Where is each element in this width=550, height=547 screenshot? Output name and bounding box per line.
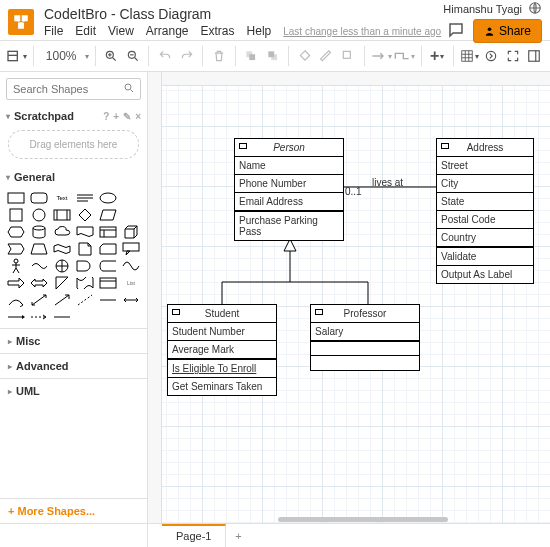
- globe-icon[interactable]: [528, 1, 542, 17]
- undo-icon[interactable]: [155, 44, 175, 68]
- shape-callout[interactable]: [121, 242, 141, 256]
- class-person[interactable]: Person Name Phone Number Email Address P…: [234, 138, 344, 241]
- shape-trapezoid[interactable]: [29, 242, 49, 256]
- shape-list[interactable]: List: [121, 276, 141, 290]
- last-change[interactable]: Last change less than a minute ago: [283, 26, 441, 37]
- expand-icon[interactable]: [481, 44, 501, 68]
- add-page-button[interactable]: +: [226, 530, 250, 542]
- scratchpad-section[interactable]: ▾ Scratchpad ?+✎×: [0, 106, 147, 126]
- delete-icon[interactable]: [209, 44, 229, 68]
- fullscreen-icon[interactable]: [503, 44, 523, 68]
- document-title[interactable]: CodeItBro - Class Diagram: [44, 6, 443, 22]
- menu-help[interactable]: Help: [247, 24, 272, 38]
- waypoint-icon[interactable]: ▾: [394, 44, 415, 68]
- search-input[interactable]: [6, 78, 141, 100]
- search-icon[interactable]: [123, 82, 135, 96]
- shape-line-dashed[interactable]: [29, 310, 49, 324]
- shape-cube[interactable]: [121, 225, 141, 239]
- scratchpad-dropzone[interactable]: Drag elements here: [8, 130, 139, 159]
- table-icon[interactable]: ▾: [460, 44, 480, 68]
- class-professor[interactable]: Professor Salary: [310, 304, 420, 371]
- shape-tape[interactable]: [52, 242, 72, 256]
- shape-card[interactable]: [98, 242, 118, 256]
- shape-sine[interactable]: [121, 259, 141, 273]
- general-section[interactable]: ▾ General: [0, 167, 147, 187]
- shape-line[interactable]: [98, 293, 118, 307]
- shape-rounded[interactable]: [29, 191, 49, 205]
- add-icon[interactable]: +: [113, 111, 119, 122]
- shape-textbox[interactable]: [75, 191, 95, 205]
- connection-icon[interactable]: ▾: [371, 44, 392, 68]
- shape-or[interactable]: [52, 259, 72, 273]
- shape-diamond[interactable]: [75, 208, 95, 222]
- help-icon[interactable]: ?: [103, 111, 109, 122]
- svg-line-64: [16, 268, 19, 273]
- canvas[interactable]: lives at 0..1 Person Name Phone Number E…: [148, 72, 550, 523]
- format-panel-icon[interactable]: [524, 44, 544, 68]
- close-icon[interactable]: ×: [135, 111, 141, 122]
- misc-section[interactable]: ▸Misc: [0, 328, 147, 353]
- shape-datastore[interactable]: [98, 259, 118, 273]
- shape-parallelogram[interactable]: [98, 208, 118, 222]
- to-front-icon[interactable]: [241, 44, 261, 68]
- shape-biarrow2[interactable]: [29, 276, 49, 290]
- zoom-in-icon[interactable]: [101, 44, 121, 68]
- shape-curly[interactable]: [29, 259, 49, 273]
- shape-cloud[interactable]: [52, 225, 72, 239]
- shape-rect[interactable]: [6, 191, 26, 205]
- shape-half[interactable]: [52, 276, 72, 290]
- class-address[interactable]: Address Street City State Postal Code Co…: [436, 138, 534, 284]
- zoom-out-icon[interactable]: [123, 44, 143, 68]
- menu-file[interactable]: File: [44, 24, 63, 38]
- menu-edit[interactable]: Edit: [75, 24, 96, 38]
- shape-step[interactable]: [6, 242, 26, 256]
- shape-line-arrow[interactable]: [6, 310, 26, 324]
- shape-arrow2[interactable]: [6, 276, 26, 290]
- view-button[interactable]: ▾: [6, 44, 27, 68]
- page-tab[interactable]: Page-1: [162, 524, 226, 547]
- menu-view[interactable]: View: [108, 24, 134, 38]
- edit-icon[interactable]: ✎: [123, 111, 131, 122]
- svg-marker-59: [126, 251, 130, 255]
- class-student[interactable]: Student Student Number Average Mark Is E…: [167, 304, 277, 396]
- shape-cylinder[interactable]: [29, 225, 49, 239]
- more-shapes-button[interactable]: + More Shapes...: [0, 498, 147, 523]
- advanced-section[interactable]: ▸Advanced: [0, 353, 147, 378]
- share-button[interactable]: Share: [473, 19, 542, 43]
- shape-blank2[interactable]: [121, 208, 141, 222]
- zoom-level[interactable]: 100%: [40, 44, 83, 68]
- shape-actor[interactable]: [6, 259, 26, 273]
- add-icon[interactable]: +▾: [428, 44, 448, 68]
- shape-and[interactable]: [75, 259, 95, 273]
- line-color-icon[interactable]: [317, 44, 337, 68]
- fill-icon[interactable]: [295, 44, 315, 68]
- shape-dashed[interactable]: [75, 293, 95, 307]
- shape-curve[interactable]: [6, 293, 26, 307]
- shape-blank[interactable]: [121, 191, 141, 205]
- shape-document[interactable]: [75, 225, 95, 239]
- shape-line-bi[interactable]: [121, 293, 141, 307]
- shape-flag[interactable]: [75, 276, 95, 290]
- user-name[interactable]: Himanshu Tyagi: [443, 3, 522, 15]
- shape-text[interactable]: Text: [52, 191, 72, 205]
- shape-ellipse[interactable]: [98, 191, 118, 205]
- shape-square[interactable]: [6, 208, 26, 222]
- comment-icon[interactable]: [447, 21, 465, 41]
- shape-biarrow[interactable]: [29, 293, 49, 307]
- horizontal-scrollbar[interactable]: [278, 517, 448, 522]
- app-logo[interactable]: [8, 9, 34, 35]
- shape-arrow-open[interactable]: [52, 293, 72, 307]
- shape-process[interactable]: [52, 208, 72, 222]
- shape-internal[interactable]: [98, 225, 118, 239]
- shape-line-plain[interactable]: [52, 310, 72, 324]
- shape-hexagon[interactable]: [6, 225, 26, 239]
- redo-icon[interactable]: [177, 44, 197, 68]
- menu-extras[interactable]: Extras: [201, 24, 235, 38]
- shadow-icon[interactable]: [338, 44, 358, 68]
- menu-arrange[interactable]: Arrange: [146, 24, 189, 38]
- to-back-icon[interactable]: [263, 44, 283, 68]
- shape-circle[interactable]: [29, 208, 49, 222]
- shape-container[interactable]: [98, 276, 118, 290]
- uml-section[interactable]: ▸UML: [0, 378, 147, 403]
- shape-note[interactable]: [75, 242, 95, 256]
